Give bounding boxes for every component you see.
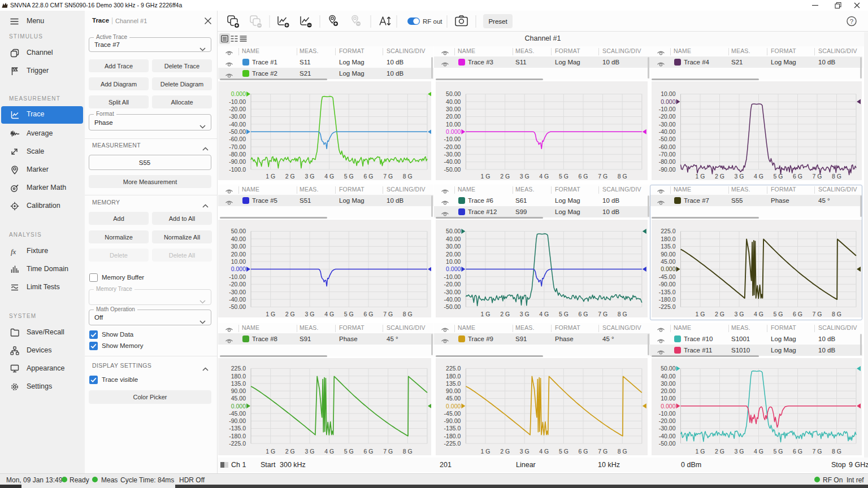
svg-text:50.00: 50.00 xyxy=(661,365,675,372)
svg-text:45.00: 45.00 xyxy=(446,395,461,402)
svg-text:7 G: 7 G xyxy=(598,173,607,180)
svg-text:-90.00: -90.00 xyxy=(659,166,676,173)
svg-text:-45.00: -45.00 xyxy=(229,410,246,417)
svg-text:-50.00: -50.00 xyxy=(444,303,461,310)
svg-text:3 G: 3 G xyxy=(735,173,744,180)
svg-text:-60.00: -60.00 xyxy=(659,143,676,150)
svg-text:3 G: 3 G xyxy=(735,311,744,317)
svg-text:1 G: 1 G xyxy=(266,311,275,317)
svg-text:5 G: 5 G xyxy=(559,448,568,455)
svg-text:225.0: 225.0 xyxy=(661,228,675,234)
svg-text:3 G: 3 G xyxy=(305,173,315,180)
svg-text:0.000: 0.000 xyxy=(231,265,246,272)
svg-text:-90.00: -90.00 xyxy=(659,281,676,287)
svg-text:225.0: 225.0 xyxy=(446,365,461,372)
svg-text:8 G: 8 G xyxy=(403,311,413,317)
svg-text:6 G: 6 G xyxy=(579,173,588,180)
svg-text:-30.00: -30.00 xyxy=(659,425,676,432)
svg-text:5 G: 5 G xyxy=(344,311,354,317)
svg-text:-30.00: -30.00 xyxy=(444,151,461,158)
svg-text:-50.00: -50.00 xyxy=(659,440,676,447)
svg-text:1 G: 1 G xyxy=(481,448,491,455)
svg-text:-30.00: -30.00 xyxy=(659,121,676,128)
svg-text:225.0: 225.0 xyxy=(231,365,246,372)
svg-text:8 G: 8 G xyxy=(403,173,413,180)
svg-text:6 G: 6 G xyxy=(364,173,374,180)
svg-text:-10.00: -10.00 xyxy=(444,273,461,280)
svg-text:4 G: 4 G xyxy=(754,448,763,455)
svg-text:-45.00: -45.00 xyxy=(444,410,461,417)
svg-text:5 G: 5 G xyxy=(344,173,354,180)
svg-text:8 G: 8 G xyxy=(403,448,413,455)
svg-text:-50.00: -50.00 xyxy=(444,166,461,173)
svg-text:40.00: 40.00 xyxy=(446,236,461,242)
svg-text:1 G: 1 G xyxy=(696,448,705,455)
svg-text:6 G: 6 G xyxy=(579,311,588,317)
svg-text:135.0: 135.0 xyxy=(446,380,461,387)
svg-text:-90.00: -90.00 xyxy=(229,158,246,165)
svg-text:0.000: 0.000 xyxy=(446,403,461,409)
svg-text:0.000: 0.000 xyxy=(661,403,675,409)
svg-text:90.00: 90.00 xyxy=(661,251,675,258)
svg-text:-30.00: -30.00 xyxy=(229,289,246,295)
svg-text:1 G: 1 G xyxy=(696,173,705,180)
svg-text:6 G: 6 G xyxy=(579,448,588,455)
svg-text:7 G: 7 G xyxy=(383,448,393,455)
svg-text:6 G: 6 G xyxy=(364,311,374,317)
svg-text:2 G: 2 G xyxy=(500,448,510,455)
svg-text:50.00: 50.00 xyxy=(446,90,461,97)
svg-text:-40.00: -40.00 xyxy=(229,296,246,303)
svg-text:Preset: Preset xyxy=(488,18,507,25)
svg-text:-50.00: -50.00 xyxy=(229,303,246,310)
svg-text:4 G: 4 G xyxy=(324,448,334,455)
svg-text:-20.00: -20.00 xyxy=(659,417,676,424)
svg-text:40.00: 40.00 xyxy=(231,236,246,242)
svg-text:2 G: 2 G xyxy=(715,173,724,180)
svg-text:-180.0: -180.0 xyxy=(229,433,246,439)
svg-text:30.00: 30.00 xyxy=(446,106,461,112)
svg-text:-50.00: -50.00 xyxy=(659,136,676,142)
svg-text:-70.00: -70.00 xyxy=(659,151,676,158)
svg-text:8 G: 8 G xyxy=(832,448,841,455)
svg-text:6 G: 6 G xyxy=(793,311,802,317)
svg-text:8 G: 8 G xyxy=(618,448,627,455)
svg-text:20.00: 20.00 xyxy=(231,251,246,258)
svg-text:-20.00: -20.00 xyxy=(229,106,246,112)
svg-text:5 G: 5 G xyxy=(774,448,783,455)
svg-text:135.0: 135.0 xyxy=(661,243,675,250)
svg-text:-135.0: -135.0 xyxy=(659,289,676,295)
svg-text:3 G: 3 G xyxy=(305,448,315,455)
svg-text:-20.00: -20.00 xyxy=(444,143,461,150)
svg-text:45.00: 45.00 xyxy=(231,395,246,402)
svg-text:90.00: 90.00 xyxy=(446,387,461,394)
svg-text:3 G: 3 G xyxy=(735,448,744,455)
svg-text:-40.00: -40.00 xyxy=(229,121,246,128)
svg-text:5 G: 5 G xyxy=(774,173,783,180)
svg-text:7 G: 7 G xyxy=(598,448,607,455)
svg-text:-180.0: -180.0 xyxy=(444,433,461,439)
svg-text:0.000: 0.000 xyxy=(661,265,675,272)
svg-text:-90.00: -90.00 xyxy=(444,417,461,424)
svg-text:20.00: 20.00 xyxy=(446,113,461,120)
svg-text:180.0: 180.0 xyxy=(231,373,246,380)
svg-text:40.00: 40.00 xyxy=(661,373,675,380)
svg-text:-10.00: -10.00 xyxy=(659,106,676,112)
svg-text:-10.00: -10.00 xyxy=(659,410,676,417)
svg-text:30.00: 30.00 xyxy=(231,243,246,250)
svg-text:10.00: 10.00 xyxy=(231,258,246,265)
svg-text:2 G: 2 G xyxy=(285,173,295,180)
svg-text:7 G: 7 G xyxy=(598,311,607,317)
svg-text:50.00: 50.00 xyxy=(446,228,461,234)
svg-text:-30.00: -30.00 xyxy=(229,113,246,120)
svg-text:5 G: 5 G xyxy=(559,311,568,317)
svg-text:-40.00: -40.00 xyxy=(659,128,676,135)
svg-text:90.00: 90.00 xyxy=(231,387,246,394)
svg-text:4 G: 4 G xyxy=(539,311,549,317)
svg-text:-135.0: -135.0 xyxy=(444,425,461,432)
svg-text:7 G: 7 G xyxy=(813,311,822,317)
svg-text:6 G: 6 G xyxy=(793,173,802,180)
svg-text:4 G: 4 G xyxy=(324,311,334,317)
svg-text:7 G: 7 G xyxy=(383,311,393,317)
svg-text:-180.0: -180.0 xyxy=(659,296,676,303)
svg-text:20.00: 20.00 xyxy=(661,387,675,394)
